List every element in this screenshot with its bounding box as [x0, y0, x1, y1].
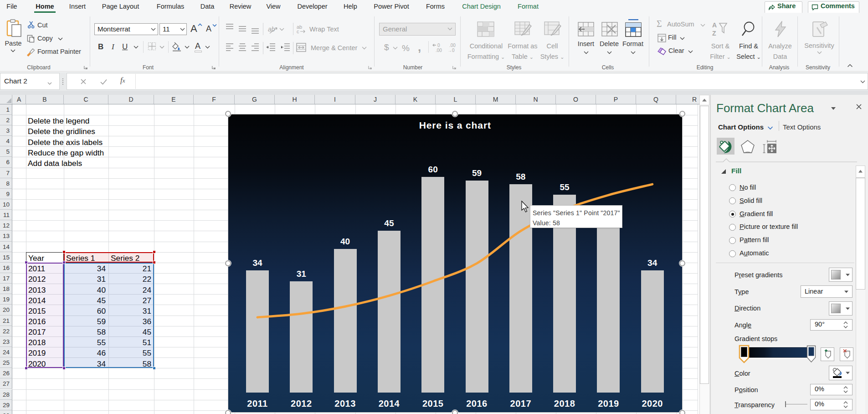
svg-text:c: c	[297, 29, 299, 34]
svg-text:0: 0	[437, 43, 440, 48]
svg-text:→0: →0	[447, 48, 455, 53]
svg-text:.00: .00	[449, 43, 456, 48]
svg-text:A: A	[712, 21, 717, 29]
svg-text:.00: .00	[436, 48, 442, 53]
svg-text:Z: Z	[712, 30, 716, 37]
